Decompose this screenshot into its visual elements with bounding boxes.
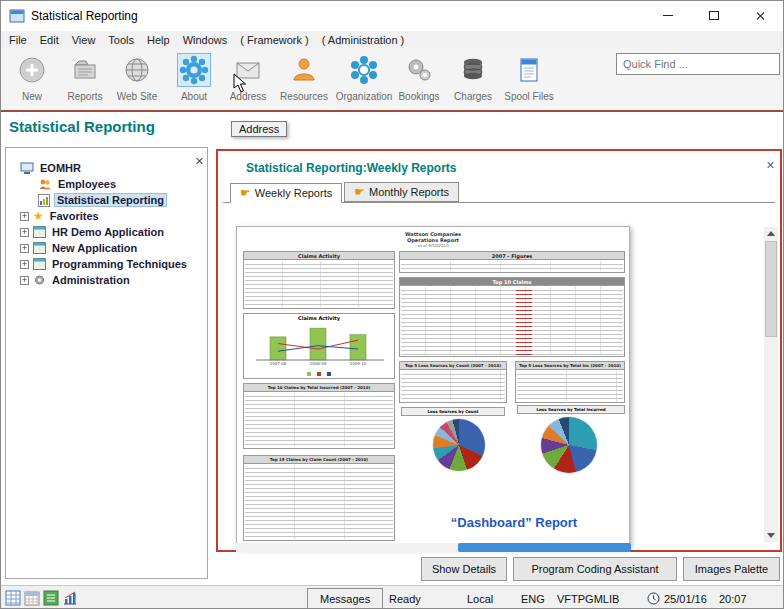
report-chart-icon — [38, 194, 50, 207]
menu-windows[interactable]: Windows — [183, 34, 228, 46]
figures-table: 2007 - Figures — [399, 251, 625, 273]
loss-sources-incurred-pie — [541, 417, 597, 473]
toolbar-button-new[interactable]: New — [9, 53, 55, 102]
close-button[interactable] — [737, 1, 783, 30]
toolbar-button-charges[interactable]: Charges — [449, 53, 497, 102]
employees-icon — [38, 178, 52, 191]
minimize-button[interactable] — [645, 1, 691, 30]
panel-close-button[interactable] — [766, 155, 774, 173]
tree-item-statistical-reporting[interactable]: Statistical Reporting — [6, 192, 207, 208]
menu-file[interactable]: File — [9, 34, 27, 46]
tree-item-new-application[interactable]: + New Application — [6, 240, 207, 256]
tree-item-employees[interactable]: Employees — [6, 176, 207, 192]
horizontal-scrollbar-thumb[interactable] — [458, 543, 631, 552]
status-date: 25/01/16 — [664, 586, 707, 609]
expander-icon[interactable]: + — [20, 244, 29, 253]
tree-item-hr-demo-application[interactable]: + HR Demo Application — [6, 224, 207, 240]
top10-incurred-table: Top 10 Claims by Total Incurred (2007 - … — [243, 383, 395, 449]
mouse-cursor — [233, 73, 247, 97]
scroll-down-button[interactable] — [764, 529, 778, 542]
dashboard-report-label: “Dashboard” Report — [399, 515, 629, 530]
reports-icon — [68, 53, 102, 87]
expander-icon[interactable]: + — [20, 228, 29, 237]
pointing-hand-icon: ☛ — [354, 187, 365, 197]
maximize-icon — [709, 11, 719, 20]
menu-edit[interactable]: Edit — [40, 34, 59, 46]
toolbar: New Reports Web Site About Address — [1, 48, 783, 112]
expander-icon[interactable]: + — [20, 212, 29, 221]
tree-item-eomhr[interactable]: EOMHR — [6, 160, 207, 176]
organization-gear-icon — [347, 53, 381, 87]
minimize-icon — [663, 15, 673, 16]
top10-claims-table: Top 10 Claims — [399, 277, 625, 357]
table-body-stripes — [245, 261, 393, 307]
triangle-up-icon — [767, 231, 775, 236]
vertical-scrollbar-thumb[interactable] — [765, 241, 777, 337]
svg-text:2007-08: 2007-08 — [270, 361, 287, 366]
database-icon — [456, 53, 490, 87]
images-palette-button[interactable]: Images Palette — [683, 557, 780, 581]
grid-icon[interactable] — [5, 590, 21, 608]
toolbar-button-website[interactable]: Web Site — [113, 53, 161, 102]
pie-incurred-title: Loss Sources by Total Incurred — [517, 405, 625, 414]
pointing-hand-icon: ☛ — [240, 188, 251, 198]
toolbar-button-organization[interactable]: Organization — [335, 53, 393, 102]
chart-blue-icon[interactable] — [62, 590, 78, 608]
status-bar: Messages Ready Local ENG VFTPGMLIB 25/01… — [1, 585, 783, 609]
tree: EOMHR Employees Statistical Reporting + … — [6, 160, 207, 288]
scroll-up-button[interactable] — [764, 227, 778, 240]
about-gear-icon — [177, 53, 211, 87]
expander-icon[interactable]: + — [20, 276, 29, 285]
horizontal-scrollbar[interactable] — [236, 543, 630, 552]
toolbar-button-spoolfiles[interactable]: Spool Files — [501, 53, 557, 102]
toolbar-button-about[interactable]: About — [171, 53, 217, 102]
calendar-icon[interactable] — [24, 590, 40, 608]
tree-item-favorites[interactable]: + ★ Favorites — [6, 208, 207, 224]
table-body-stripes — [401, 371, 505, 401]
app-icon — [9, 8, 25, 28]
messages-tab[interactable]: Messages — [307, 588, 383, 609]
program-coding-assistant-button[interactable]: Program Coding Assistant — [513, 557, 677, 581]
status-time: 20:07 — [719, 586, 747, 609]
claims-activity-chart: Claims Activity 2007-082008-092009-10 — [243, 313, 395, 379]
maximize-button[interactable] — [691, 1, 737, 30]
tab-monthly-reports[interactable]: ☛ Monthly Reports — [344, 182, 459, 202]
svg-text:2008-09: 2008-09 — [310, 361, 327, 366]
loss-sources-count-pie — [433, 419, 485, 471]
tab-weekly-reports[interactable]: ☛ Weekly Reports — [230, 183, 342, 203]
report-panel: Statistical Reporting:Weekly Reports ☛ W… — [216, 149, 782, 552]
status-location: Local — [467, 586, 493, 609]
show-details-button[interactable]: Show Details — [421, 557, 507, 581]
menu-framework[interactable]: ( Framework ) — [240, 34, 308, 46]
menu-administration[interactable]: ( Administration ) — [322, 34, 405, 46]
menu-bar: File Edit View Tools Help Windows ( Fram… — [1, 31, 783, 48]
loss-sources-count-table: Top 5 Loss Sources by Count (2007 - 2010… — [399, 361, 507, 403]
menu-view[interactable]: View — [72, 34, 96, 46]
quick-find-input[interactable] — [616, 53, 780, 75]
new-icon — [15, 53, 49, 87]
pie-count-title: Loss Sources by Count — [401, 407, 505, 416]
page-title: Statistical Reporting — [9, 118, 155, 135]
open-status-column — [516, 287, 532, 355]
toolbar-button-resources[interactable]: Resources — [277, 53, 331, 102]
spreadsheet-green-icon[interactable] — [43, 590, 59, 608]
tooltip-address: Address — [231, 121, 287, 137]
toolbar-button-reports[interactable]: Reports — [59, 53, 111, 102]
toolbar-button-address[interactable]: Address — [223, 53, 273, 102]
expander-icon[interactable]: + — [20, 260, 29, 269]
menu-tools[interactable]: Tools — [108, 34, 134, 46]
tree-item-programming-techniques[interactable]: + Programming Techniques — [6, 256, 207, 272]
menu-help[interactable]: Help — [147, 34, 170, 46]
table-body-stripes — [401, 261, 623, 271]
table-body-stripes — [245, 393, 393, 447]
statusbar-icons — [5, 590, 78, 608]
legend-bar — [307, 372, 311, 376]
svg-text:2009-10: 2009-10 — [350, 361, 367, 366]
toolbar-button-bookings[interactable]: Bookings — [395, 53, 443, 102]
vertical-scrollbar[interactable] — [764, 227, 778, 542]
tree-item-administration[interactable]: + Administration — [6, 272, 207, 288]
navigation-tree-panel: EOMHR Employees Statistical Reporting + … — [5, 147, 208, 579]
legend-line1 — [317, 372, 321, 376]
table-body-stripes — [245, 465, 393, 539]
globe-icon — [120, 53, 154, 87]
